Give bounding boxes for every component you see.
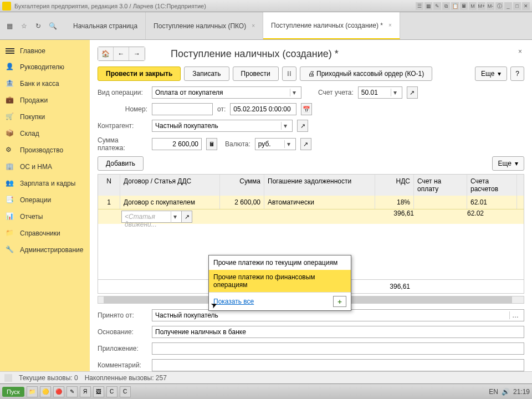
sidebar-item-admin[interactable]: 🔧Администрирование <box>0 242 90 258</box>
sidebar-item-warehouse[interactable]: 📦Склад <box>0 125 90 142</box>
post-button[interactable]: Провести <box>233 66 279 81</box>
apps-icon[interactable]: ▦ <box>4 21 14 31</box>
sidebar-item-manager[interactable]: 👤Руководителю <box>0 59 90 75</box>
titlebar-btn[interactable]: ☰ <box>416 2 423 10</box>
write-button[interactable]: Записать <box>184 66 229 81</box>
open-button[interactable]: ↗ <box>300 138 311 150</box>
cell-repay: Автоматически <box>264 196 375 209</box>
titlebar-btn[interactable]: 🖩 <box>460 2 468 10</box>
close-icon[interactable]: ✕ <box>522 2 530 10</box>
help-button[interactable]: ? <box>510 66 524 81</box>
chevron-down-icon[interactable]: ▾ <box>290 89 298 96</box>
forward-icon[interactable]: → <box>129 47 145 60</box>
open-button[interactable]: ↗ <box>297 120 308 132</box>
open-button[interactable]: ↗ <box>181 211 192 223</box>
taskbar-icon[interactable]: C <box>106 386 117 397</box>
cell-acct: 62.01 <box>467 196 517 209</box>
sidebar-item-assets[interactable]: 🏢ОС и НМА <box>0 158 90 175</box>
chevron-down-icon[interactable]: ▾ <box>171 211 179 223</box>
show-all-link[interactable]: Показать все <box>213 298 254 305</box>
sidebar-item-hr[interactable]: 👥Зарплата и кадры <box>0 175 90 192</box>
titlebar-btn[interactable]: M+ <box>478 2 485 10</box>
minimize-icon[interactable]: _ <box>504 2 512 10</box>
counterparty-select[interactable]: Частный покупатель▾ <box>152 120 293 132</box>
sidebar-item-production[interactable]: ⚙Производство <box>0 142 90 158</box>
titlebar-btn[interactable]: ⧉ <box>442 2 450 10</box>
sidebar-item-catalogs[interactable]: 📁Справочники <box>0 225 90 242</box>
sidebar-item-sales[interactable]: 💼Продажи <box>0 92 90 109</box>
show-movements-button[interactable]: ⁞⁞ <box>282 66 296 81</box>
page-close-icon[interactable]: × <box>518 48 522 55</box>
optype-select[interactable]: Оплата от покупателя▾ <box>152 86 301 99</box>
account-select[interactable]: 50.01▾ <box>358 86 402 99</box>
open-button[interactable]: ↗ <box>407 86 418 99</box>
table-row-2[interactable]: <Статья движени... ▾ ↗ 396,61 62.02 <box>98 209 524 224</box>
comment-input[interactable] <box>152 359 524 371</box>
col-repay: Погашение задолженности <box>264 175 375 196</box>
dds-select[interactable]: <Статья движени... ▾ ↗ <box>121 211 191 223</box>
dropdown-option[interactable]: Прочие платежи по текущим операциям <box>209 255 351 270</box>
dropdown-option-selected[interactable]: Прочие платежи по финансовым операциям <box>209 270 351 292</box>
calendar-icon[interactable]: 📅 <box>301 103 312 115</box>
number-input[interactable] <box>152 103 213 115</box>
tab-pko-create[interactable]: Поступление наличных (создание) *× <box>263 12 400 39</box>
sidebar-item-bank[interactable]: 🏦Банк и касса <box>0 75 90 92</box>
maximize-icon[interactable]: □ <box>513 2 521 10</box>
taskbar-icon[interactable]: C <box>120 386 131 397</box>
table-row[interactable]: 1 Договор с покупателем 2 600,00 Автомат… <box>98 196 524 209</box>
sidebar-item-reports[interactable]: 📊Отчеты <box>0 208 90 225</box>
add-icon[interactable]: ＋ <box>333 296 346 307</box>
tray-lang[interactable]: EN <box>489 388 498 396</box>
status-calls: Текущие вызовы: 0 <box>19 374 78 382</box>
star-icon[interactable]: ☆ <box>19 21 29 31</box>
taskbar-icon[interactable]: Я <box>80 386 91 397</box>
reason-input[interactable] <box>152 326 524 338</box>
taskbar-icon[interactable]: 🟡 <box>40 386 51 397</box>
sidebar-label: Склад <box>20 130 39 137</box>
taskbar-icon[interactable]: 🔴 <box>53 386 64 397</box>
tab-close-icon[interactable]: × <box>388 22 392 28</box>
info-icon[interactable]: ⓘ <box>495 2 503 10</box>
field-value: руб. <box>258 140 271 148</box>
tab-close-icon[interactable]: × <box>252 23 255 29</box>
received-input[interactable]: Частный покупатель… <box>152 309 524 321</box>
table-more-button[interactable]: Еще▾ <box>492 156 524 171</box>
start-button[interactable]: Пуск <box>2 387 24 397</box>
titlebar-btn[interactable]: 📋 <box>451 2 459 10</box>
post-and-close-button[interactable]: Провести и закрыть <box>98 66 181 81</box>
taskbar-icon[interactable]: 🖼 <box>93 386 104 397</box>
tab-start[interactable]: Начальная страница <box>65 12 146 39</box>
workspace: Главное 👤Руководителю 🏦Банк и касса 💼Про… <box>0 40 532 387</box>
titlebar-btn[interactable]: M <box>469 2 477 10</box>
taskbar-icon[interactable]: ✎ <box>66 386 78 397</box>
titlebar-btn[interactable]: M- <box>487 2 494 10</box>
sidebar-item-main[interactable]: Главное <box>0 43 90 59</box>
sidebar-label: Отчеты <box>20 213 43 221</box>
taskbar-icon[interactable]: 📁 <box>27 386 38 397</box>
more-button[interactable]: Еще▾ <box>475 66 507 81</box>
tray-volume-icon[interactable]: 🔊 <box>502 388 510 396</box>
titlebar-btn[interactable]: ✎ <box>433 2 441 10</box>
btn-label: Еще <box>481 70 494 78</box>
sidebar-item-purchases[interactable]: 🛒Покупки <box>0 109 90 125</box>
history-icon[interactable]: ↻ <box>33 21 43 31</box>
sidebar-item-operations[interactable]: 📑Операции <box>0 192 90 208</box>
calc-icon[interactable]: 🖩 <box>206 138 217 150</box>
search-icon[interactable]: 🔍 <box>48 21 58 31</box>
date-input[interactable]: 05.02.2015 0:00:00 <box>230 103 296 115</box>
add-row-button[interactable]: Добавить <box>98 156 144 171</box>
col-sum: Сумма <box>220 175 264 196</box>
sum-input[interactable]: 2 600,00 <box>152 138 202 150</box>
back-icon[interactable]: ← <box>114 47 129 60</box>
tray-time: 21:19 <box>513 388 530 396</box>
chevron-down-icon[interactable]: ▾ <box>281 122 289 130</box>
print-button[interactable]: 🖨 Приходный кассовый ордер (КО-1) <box>300 66 433 81</box>
titlebar-btn[interactable]: ▦ <box>424 2 432 10</box>
tab-pko-list[interactable]: Поступление наличных (ПКО)× <box>146 12 263 39</box>
chevron-down-icon[interactable]: ▾ <box>391 89 399 96</box>
chevron-down-icon[interactable]: ▾ <box>284 140 293 148</box>
attach-input[interactable] <box>152 342 524 355</box>
home-icon[interactable]: 🏠 <box>98 47 114 60</box>
currency-select[interactable]: руб.▾ <box>255 138 296 150</box>
row-optype: Вид операции: Оплата от покупателя▾ Счет… <box>98 86 524 99</box>
